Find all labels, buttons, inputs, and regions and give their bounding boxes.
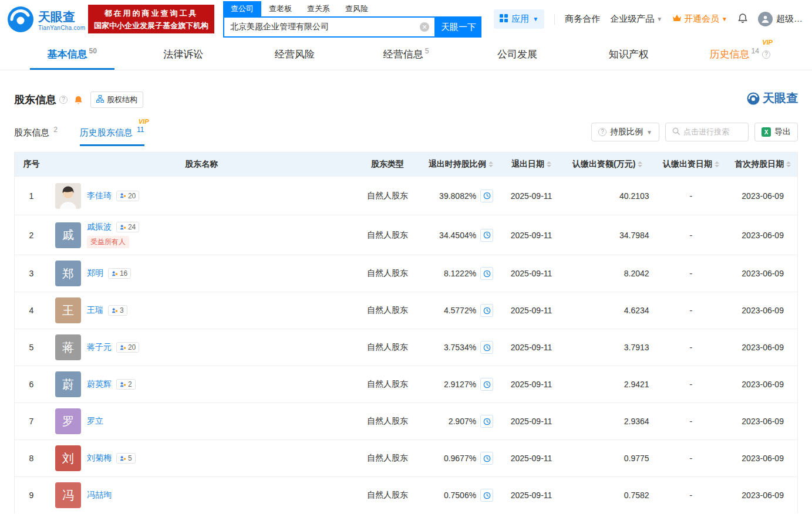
relation-badge[interactable]: 2 [116,379,136,390]
avatar[interactable]: 罗 [55,408,81,434]
subscribed-amount: 2.9421 [561,380,654,389]
relation-badge[interactable]: 3 [108,305,127,316]
subtab-count: 2 [53,126,58,134]
row-index: 7 [15,417,48,426]
table-row: 8 刘 刘菊梅 5 自然人股东 0.9677% 2025-09-11 [15,439,797,476]
first-holding-date: 2023-06-09 [728,380,797,389]
tab-intellectual-property[interactable]: 知识产权 [573,39,685,70]
export-button[interactable]: X 导出 [754,123,798,141]
col-header-name: 股东名称 [48,159,355,170]
exit-ratio-cell: 34.4504% [420,229,501,242]
notification-bell-icon[interactable] [737,13,748,25]
shareholder-name-link[interactable]: 冯喆珣 [87,490,112,501]
subtab-current-shareholders[interactable]: 股东信息 2 [14,126,58,146]
help-icon[interactable]: ? [59,96,68,104]
search-tab-company[interactable]: 查公司 [223,1,261,16]
shareholder-cell: 冯 冯喆珣 [48,482,355,508]
avatar[interactable]: 王 [55,297,81,323]
table-search-input[interactable]: 点击进行搜索 [665,123,749,141]
shareholder-name-link[interactable]: 李佳琦 [87,191,112,201]
avatar[interactable]: 戚 [55,222,81,248]
history-clock-icon[interactable] [480,267,493,280]
ratio-filter-label: 持股比例 [610,127,643,137]
search-button[interactable]: 天眼一下 [436,16,481,38]
tab-operation-info[interactable]: 经营信息 5 [351,39,462,70]
avatar[interactable]: 蒋 [55,334,81,360]
sort-icon[interactable] [547,161,551,167]
subtab-history-shareholders[interactable]: 历史股东信息 11 VIP [80,126,144,146]
tab-operation-risk[interactable]: 经营风险 [239,39,351,70]
shareholder-name-link[interactable]: 罗立 [87,416,103,427]
sort-icon[interactable] [488,161,493,167]
history-clock-icon[interactable] [480,190,493,202]
avatar[interactable]: 刘 [55,445,81,471]
history-clock-icon[interactable] [480,341,493,354]
shareholder-type: 自然人股东 [355,490,420,501]
shareholder-cell: 刘 刘菊梅 5 [48,445,355,471]
shareholder-name-link[interactable]: 刘菊梅 [87,453,112,464]
shareholder-name-link[interactable]: 王瑞 [87,305,103,316]
table-row: 4 王 王瑞 3 自然人股东 4.5772% 2025-09-11 [15,292,797,329]
search-tab-boss[interactable]: 查老板 [261,1,299,16]
first-holding-date: 2023-06-09 [728,454,797,463]
badge-count: 2 [128,380,132,388]
relation-badge[interactable]: 24 [116,222,139,232]
shareholder-type: 自然人股东 [355,268,420,279]
history-clock-icon[interactable] [480,452,493,465]
ratio-filter-dropdown[interactable]: ? 持股比例 ▼ [591,123,659,141]
relation-badge[interactable]: 16 [108,268,131,279]
row-index: 2 [15,231,48,240]
row-index: 6 [15,380,48,389]
subscribed-amount: 4.6234 [561,306,654,315]
row-index: 1 [15,191,48,201]
history-clock-icon[interactable] [480,489,493,502]
exit-ratio-cell: 0.9677% [420,452,501,465]
search-tab-risk[interactable]: 查风险 [338,1,376,16]
relation-badge[interactable]: 5 [116,453,136,464]
shareholder-name-link[interactable]: 蒋子元 [87,342,112,353]
clear-search-icon[interactable]: ✕ [420,22,429,32]
avatar-photo[interactable] [55,183,81,209]
sort-icon[interactable] [638,161,642,167]
export-label: 导出 [774,127,791,137]
user-account-menu[interactable]: 超级… [758,12,803,26]
relation-badge[interactable]: 20 [116,342,139,353]
help-icon[interactable]: ? [762,50,770,59]
avatar[interactable]: 冯 [55,482,81,508]
equity-structure-button[interactable]: 股权结构 [90,92,143,108]
shareholder-type: 自然人股东 [355,305,420,316]
search-tab-relation[interactable]: 查关系 [299,1,338,16]
tab-history-info[interactable]: 历史信息 14 VIP ? [684,39,796,70]
tab-legal-litigation[interactable]: 法律诉讼 [128,39,240,70]
business-coop-link[interactable]: 商务合作 [565,13,600,25]
avatar[interactable]: 郑 [55,261,81,286]
open-vip-label: 开通会员 [684,13,719,25]
shareholder-name-link[interactable]: 蔚英辉 [87,379,112,390]
help-icon[interactable]: ? [598,128,607,136]
sort-icon[interactable] [715,161,719,167]
open-vip-menu[interactable]: 开通会员 ▼ [672,13,727,25]
tab-company-development[interactable]: 公司发展 [461,39,573,70]
shareholder-name-link[interactable]: 戚振波 [87,222,112,232]
exit-date: 2025-09-11 [501,343,561,352]
relation-badge[interactable]: 20 [116,191,139,201]
enterprise-products-menu[interactable]: 企业级产品 ▼ [610,13,662,25]
avatar[interactable]: 蔚 [55,371,81,397]
first-holding-date: 2023-06-09 [728,491,797,500]
history-clock-icon[interactable] [480,304,493,317]
badge-count: 20 [128,192,136,200]
tab-label: 法律诉讼 [163,48,203,61]
col-header-amount: 认缴出资额(万元) [561,159,654,170]
table-row: 3 郑 郑明 16 自然人股东 8.1222% 2025-09-11 [15,255,797,292]
monitor-bell-icon[interactable] [73,95,83,105]
exit-ratio-cell: 3.7534% [420,341,501,354]
sort-icon[interactable] [786,161,791,167]
history-clock-icon[interactable] [480,415,493,428]
apps-menu[interactable]: 应用 ▼ [494,9,544,29]
tianyancha-logo[interactable]: 天眼查 TianYanCha.com [7,6,85,35]
shareholder-name-link[interactable]: 郑明 [87,268,103,279]
tab-basic-info[interactable]: 基本信息 50 [16,39,128,70]
history-clock-icon[interactable] [480,378,493,391]
history-clock-icon[interactable] [480,229,493,242]
search-input[interactable] [224,18,434,36]
